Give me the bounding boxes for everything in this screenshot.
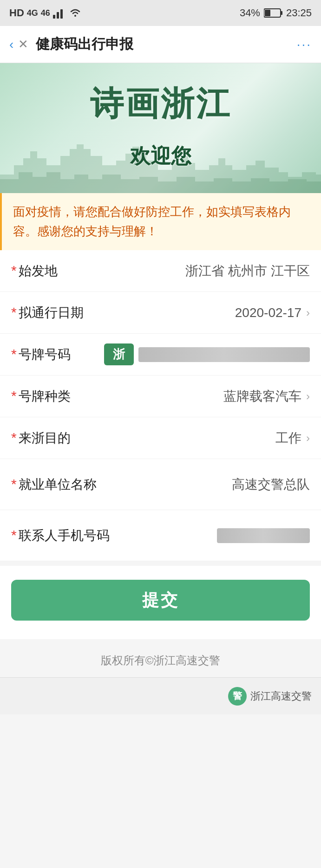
brand-area: 警 浙江高速交警 bbox=[228, 687, 312, 706]
footer: 版权所有©浙江高速交警 bbox=[0, 639, 321, 677]
banner-sub-text: 欢迎您 bbox=[0, 143, 321, 170]
chevron-date-icon: › bbox=[306, 306, 310, 319]
field-plate-type[interactable]: 号牌种类 蓝牌载客汽车 › bbox=[0, 376, 321, 417]
wifi-icon bbox=[69, 7, 82, 19]
banner-main-text: 诗画浙江 bbox=[0, 82, 321, 126]
value-phone bbox=[110, 528, 310, 543]
label-plate: 号牌号码 bbox=[11, 346, 104, 363]
plate-type-text: 蓝牌载客汽车 bbox=[223, 388, 301, 405]
value-plate-type: 蓝牌载客汽车 › bbox=[104, 388, 310, 405]
field-phone[interactable]: 联系人手机号码 bbox=[0, 510, 321, 561]
battery-icon bbox=[264, 8, 282, 18]
notice-text: 面对疫情，请您配合做好防控工作，如实填写表格内容。感谢您的支持与理解！ bbox=[13, 205, 291, 238]
signal-bars-icon bbox=[53, 7, 66, 19]
svg-rect-5 bbox=[265, 10, 270, 16]
chevron-plate-type-icon: › bbox=[306, 390, 310, 403]
brand-label: 浙江高速交警 bbox=[250, 689, 312, 703]
value-employer: 高速交警总队 bbox=[104, 476, 310, 493]
value-origin: 浙江省 杭州市 江干区 bbox=[104, 262, 310, 280]
plate-number-text bbox=[138, 347, 310, 362]
field-employer[interactable]: 就业单位名称 高速交警总队 bbox=[0, 459, 321, 510]
svg-rect-0 bbox=[53, 15, 55, 19]
date-text: 2020-02-17 bbox=[235, 305, 301, 320]
status-bar: HD 4G 46 34% 23:25 bbox=[0, 0, 321, 26]
value-date: 2020-02-17 › bbox=[104, 305, 310, 320]
form-container: 始发地 浙江省 杭州市 江干区 拟通行日期 2020-02-17 › 号牌号码 … bbox=[0, 250, 321, 561]
page-title: 健康码出行申报 bbox=[36, 35, 296, 54]
svg-rect-4 bbox=[281, 11, 282, 15]
chevron-purpose-icon: › bbox=[306, 432, 310, 445]
svg-rect-2 bbox=[60, 9, 63, 19]
bottom-bar: 警 浙江高速交警 bbox=[0, 677, 321, 714]
value-purpose: 工作 › bbox=[104, 429, 310, 447]
time-display: 23:25 bbox=[286, 7, 312, 19]
status-left: HD 4G 46 bbox=[9, 7, 82, 19]
signal-46: 46 bbox=[41, 8, 50, 18]
purpose-text: 工作 bbox=[275, 429, 301, 447]
battery-percentage: 34% bbox=[240, 7, 260, 19]
value-plate: 浙 bbox=[104, 343, 310, 365]
submit-button[interactable]: 提交 bbox=[11, 580, 310, 621]
field-origin[interactable]: 始发地 浙江省 杭州市 江干区 bbox=[0, 250, 321, 292]
label-date: 拟通行日期 bbox=[11, 304, 104, 322]
employer-text: 高速交警总队 bbox=[232, 476, 310, 493]
svg-rect-1 bbox=[57, 12, 59, 19]
network-indicator: HD bbox=[9, 7, 24, 19]
signal-4g: 4G bbox=[27, 8, 38, 18]
close-button[interactable]: ✕ bbox=[18, 37, 28, 52]
nav-bar: ‹ ✕ 健康码出行申报 ··· bbox=[0, 26, 321, 63]
footer-text: 版权所有©浙江高速交警 bbox=[101, 654, 221, 667]
label-employer: 就业单位名称 bbox=[11, 476, 104, 493]
phone-text bbox=[217, 528, 310, 543]
field-purpose[interactable]: 来浙目的 工作 › bbox=[0, 417, 321, 459]
submit-section: 提交 bbox=[0, 566, 321, 639]
label-purpose: 来浙目的 bbox=[11, 429, 104, 447]
label-plate-type: 号牌种类 bbox=[11, 388, 104, 405]
more-button[interactable]: ··· bbox=[297, 37, 312, 52]
label-phone: 联系人手机号码 bbox=[11, 527, 110, 544]
back-button[interactable]: ‹ bbox=[9, 37, 13, 52]
field-date[interactable]: 拟通行日期 2020-02-17 › bbox=[0, 292, 321, 334]
plate-province-badge: 浙 bbox=[104, 343, 134, 365]
field-plate[interactable]: 号牌号码 浙 bbox=[0, 334, 321, 376]
banner: 诗画浙江 欢迎您 bbox=[0, 63, 321, 193]
brand-icon-text: 警 bbox=[233, 690, 242, 702]
notice-box: 面对疫情，请您配合做好防控工作，如实填写表格内容。感谢您的支持与理解！ bbox=[0, 193, 321, 250]
status-right: 34% 23:25 bbox=[240, 7, 312, 19]
brand-icon: 警 bbox=[228, 687, 247, 706]
label-origin: 始发地 bbox=[11, 262, 104, 280]
origin-text: 浙江省 杭州市 江干区 bbox=[185, 262, 310, 280]
